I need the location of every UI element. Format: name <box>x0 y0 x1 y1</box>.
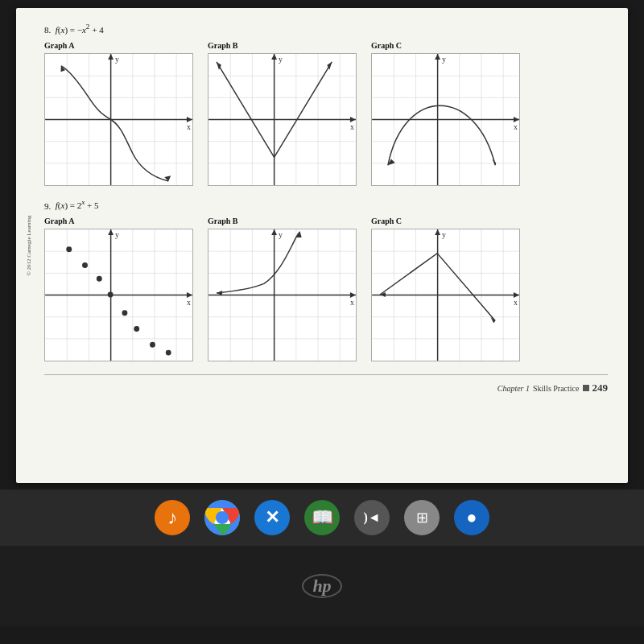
page-footer: Chapter 1 Skills Practice 249 <box>44 382 608 394</box>
footer-chapter: Chapter 1 <box>497 384 530 393</box>
music-app-icon[interactable]: ♪ <box>155 500 190 535</box>
problem-9: 9. f(x) = 2x + 5 Graph A <box>44 199 608 362</box>
problem-8: 8. f(x) = −x2 + 4 Graph A <box>44 23 608 186</box>
grid-app-icon[interactable]: ⊞ <box>404 500 440 535</box>
svg-marker-14 <box>108 54 114 60</box>
svg-text:x: x <box>514 122 518 131</box>
chrome-app-icon[interactable] <box>204 500 240 535</box>
laptop-bottom: hp <box>0 546 644 626</box>
svg-marker-33 <box>271 54 277 60</box>
svg-point-81 <box>166 350 171 356</box>
graph-9c: x y <box>371 229 520 361</box>
graph-9b-label: Graph B <box>208 217 238 225</box>
graph-8b: x y <box>208 53 357 186</box>
textbook-page: © 2012 Carnegie Learning 8. f(x) = −x2 +… <box>16 8 628 483</box>
graph-8c-label: Graph C <box>371 41 402 50</box>
graph-8c-container: Graph C <box>371 41 520 186</box>
graph-9a-container: Graph A <box>44 217 193 361</box>
graph-8c: x y <box>371 53 520 186</box>
page-divider <box>44 374 608 375</box>
graph-8a: x y <box>44 53 193 186</box>
graph-8b-label: Graph B <box>208 41 238 50</box>
graph-9a-label: Graph A <box>44 217 75 225</box>
svg-point-80 <box>150 342 155 348</box>
svg-text:y: y <box>442 230 446 239</box>
svg-point-77 <box>108 292 114 298</box>
svg-point-74 <box>66 247 72 253</box>
taskbar: ♪ ✕ 📖 )◄ ⊞ ● <box>0 489 644 546</box>
graph-9b-container: Graph B <box>208 217 357 361</box>
svg-text:x: x <box>187 122 191 131</box>
footer-section: Skills Practice <box>533 384 580 393</box>
graph-9b: x y <box>208 229 357 361</box>
svg-marker-96 <box>271 229 277 235</box>
svg-point-75 <box>82 262 88 268</box>
graph-8b-container: Graph B <box>208 41 357 186</box>
footer-dot <box>583 385 589 391</box>
svg-text:y: y <box>115 55 119 64</box>
svg-text:x: x <box>187 298 191 307</box>
graph-9c-label: Graph C <box>371 217 402 225</box>
hp-logo: hp <box>302 574 342 598</box>
svg-text:x: x <box>514 298 518 307</box>
camera-app-icon[interactable]: ● <box>454 500 489 535</box>
footer-page-number: 249 <box>592 382 609 394</box>
graph-8a-label: Graph A <box>44 41 75 50</box>
audio-app-icon[interactable]: )◄ <box>354 500 390 535</box>
x-app-icon[interactable]: ✕ <box>254 500 290 535</box>
problem-8-graphs: Graph A <box>44 41 608 186</box>
svg-point-78 <box>122 311 127 316</box>
graph-9c-container: Graph C <box>371 217 520 361</box>
svg-text:y: y <box>279 230 283 239</box>
svg-point-122 <box>216 511 229 524</box>
svg-point-76 <box>97 276 102 282</box>
copyright-label: © 2012 Carnegie Learning <box>26 215 32 275</box>
problem-8-title: 8. f(x) = −x2 + 4 <box>44 23 608 35</box>
graph-9a: x y <box>44 229 193 361</box>
graph-8a-container: Graph A <box>44 41 193 186</box>
svg-marker-71 <box>108 229 114 235</box>
problem-9-title: 9. f(x) = 2x + 5 <box>44 199 608 211</box>
svg-marker-52 <box>435 54 440 60</box>
svg-text:y: y <box>115 230 119 239</box>
svg-text:x: x <box>350 122 354 131</box>
svg-point-79 <box>134 326 139 332</box>
problem-9-graphs: Graph A <box>44 217 608 361</box>
svg-text:y: y <box>442 55 446 64</box>
svg-text:x: x <box>350 298 354 307</box>
book-app-icon[interactable]: 📖 <box>304 500 340 535</box>
svg-marker-115 <box>435 229 440 235</box>
svg-text:y: y <box>279 55 283 64</box>
